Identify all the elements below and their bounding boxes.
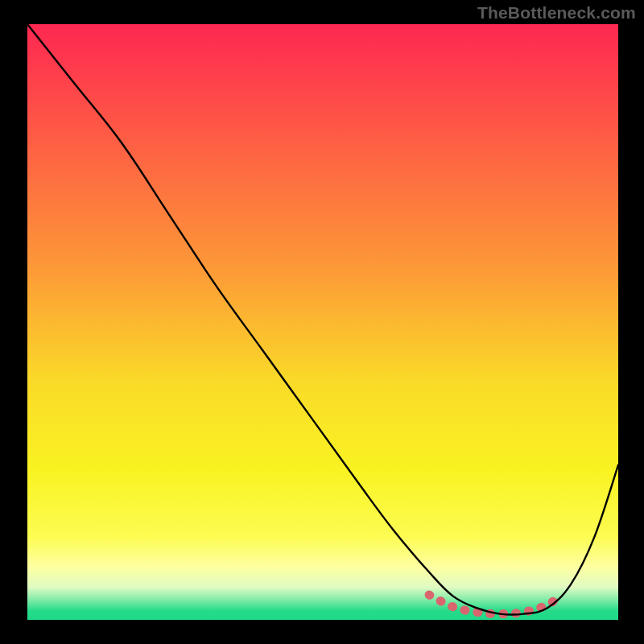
chart-frame: TheBottleneck.com — [0, 0, 644, 644]
curve-layer — [27, 24, 618, 620]
watermark-text: TheBottleneck.com — [477, 3, 636, 23]
bottleneck-curve — [27, 24, 618, 615]
plot-area — [27, 24, 618, 620]
